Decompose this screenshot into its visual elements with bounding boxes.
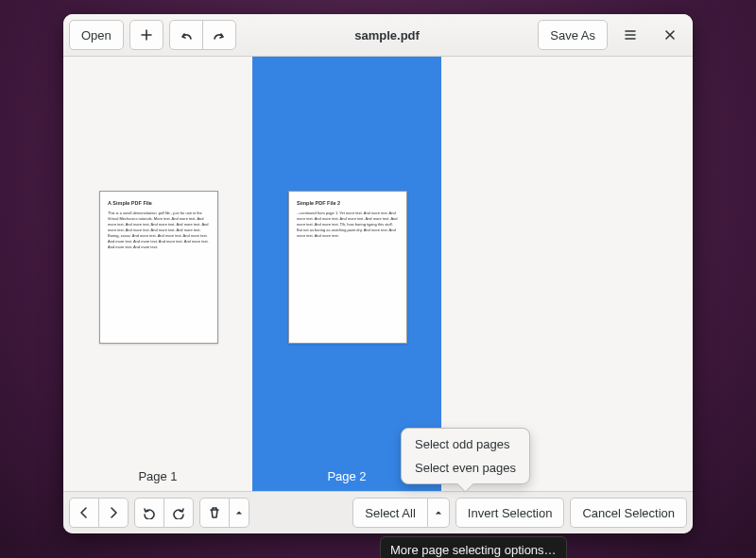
- action-bar: Select All Invert Selection Cancel Selec…: [63, 491, 693, 533]
- rotate-left-button[interactable]: [134, 498, 164, 528]
- chevron-left-icon: [77, 506, 91, 519]
- select-odd-pages-item[interactable]: Select odd pages: [405, 432, 525, 456]
- rotate-right-icon: [172, 506, 185, 519]
- rotate-left-icon: [143, 506, 156, 519]
- select-menu-tooltip: More page selecting options…: [380, 536, 567, 558]
- select-options-popover: Select odd pages Select even pages: [401, 428, 530, 484]
- select-all-button[interactable]: Select All: [352, 498, 427, 528]
- page-preview-content: A Simple PDF File This is a small demons…: [108, 199, 210, 250]
- hamburger-icon: [624, 28, 637, 42]
- page-thumbnail[interactable]: Simple PDF File 2 ...continued from page…: [288, 191, 407, 344]
- page-thumbnail[interactable]: A Simple PDF File This is a small demons…: [99, 191, 218, 344]
- page-preview-content: Simple PDF File 2 ...continued from page…: [297, 199, 399, 239]
- pdf-arranger-window: Open sample.pdf Save As: [63, 14, 693, 533]
- redo-icon: [213, 28, 226, 42]
- window-title: sample.pdf: [236, 28, 538, 42]
- titlebar: Open sample.pdf Save As: [63, 14, 693, 57]
- page-grid[interactable]: A Simple PDF File This is a small demons…: [63, 57, 693, 491]
- prev-page-button[interactable]: [69, 498, 99, 528]
- plus-icon: [140, 28, 153, 42]
- delete-page-button[interactable]: [199, 498, 230, 528]
- trash-icon: [208, 506, 221, 519]
- close-icon: [663, 28, 677, 42]
- triangle-up-icon: [435, 509, 442, 516]
- save-as-button[interactable]: Save As: [538, 20, 608, 50]
- rotate-right-button[interactable]: [163, 498, 194, 528]
- close-window-button[interactable]: [653, 20, 687, 50]
- chevron-right-icon: [107, 506, 120, 519]
- cancel-selection-button[interactable]: Cancel Selection: [570, 498, 687, 528]
- redo-button[interactable]: [202, 20, 236, 50]
- next-page-button[interactable]: [98, 498, 129, 528]
- hamburger-menu-button[interactable]: [613, 20, 647, 50]
- invert-selection-button[interactable]: Invert Selection: [455, 498, 565, 528]
- page-caption: Page 1: [63, 469, 252, 483]
- add-page-button[interactable]: [129, 20, 163, 50]
- delete-menu-button[interactable]: [229, 498, 249, 528]
- page-slot-2[interactable]: Simple PDF File 2 ...continued from page…: [252, 57, 441, 491]
- undo-button[interactable]: [169, 20, 203, 50]
- triangle-up-icon: [235, 509, 243, 516]
- select-menu-button[interactable]: [427, 498, 450, 528]
- open-button[interactable]: Open: [69, 20, 124, 50]
- undo-icon: [180, 28, 193, 42]
- page-slot-1[interactable]: A Simple PDF File This is a small demons…: [63, 57, 252, 491]
